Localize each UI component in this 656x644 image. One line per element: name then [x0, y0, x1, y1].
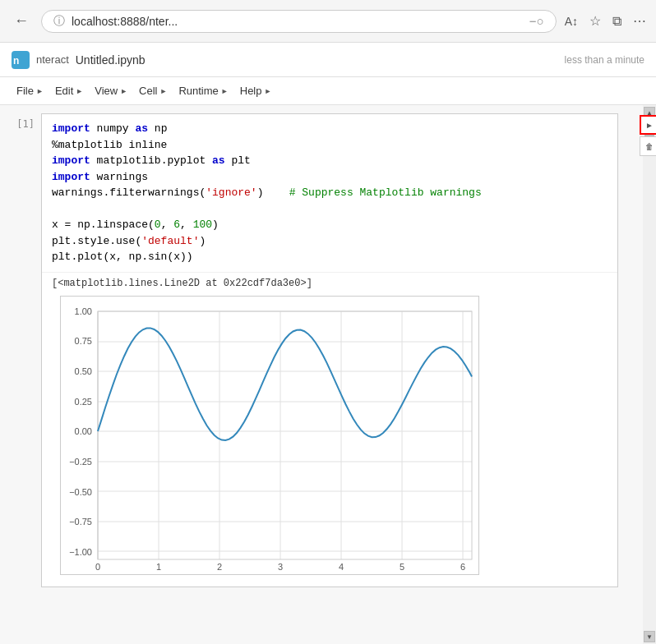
output-text: [<matplotlib.lines.Line2D at 0x22cdf7da3…	[52, 278, 607, 289]
back-button[interactable]: ←	[10, 12, 33, 30]
svg-text:6: 6	[460, 562, 465, 572]
code-line-5: warnings.filterwarnings('ignore') # Supp…	[52, 185, 607, 201]
menu-runtime[interactable]: Runtime ►	[173, 83, 233, 99]
address-text: localhost:8888/nter...	[72, 15, 523, 28]
svg-text:1.00: 1.00	[75, 306, 92, 316]
scrollbar: ▲ ▼	[643, 105, 656, 644]
code-cell-1: [1] import numpy as np %matplotlib inlin…	[8, 113, 618, 587]
svg-rect-27	[98, 311, 472, 559]
sin-curve	[98, 328, 472, 440]
code-line-4: import warnings	[52, 169, 607, 186]
svg-text:0.00: 0.00	[75, 426, 92, 436]
info-icon: ⓘ	[53, 14, 65, 29]
code-line-7: plt.style.use('default')	[52, 233, 607, 250]
code-line-2: %matplotlib inline	[52, 137, 607, 154]
menu-runtime-arrow: ►	[221, 87, 229, 95]
app-name: nteract	[36, 53, 69, 66]
svg-text:4: 4	[339, 562, 344, 572]
more-icon[interactable]: ⋯	[633, 13, 646, 29]
delete-cell-button[interactable]: 🗑	[640, 136, 656, 156]
notebook-content: [1] import numpy as np %matplotlib inlin…	[0, 105, 656, 644]
cell-content[interactable]: import numpy as np %matplotlib inline im…	[41, 113, 618, 587]
menu-help[interactable]: Help ►	[235, 83, 277, 99]
address-bar[interactable]: ⓘ localhost:8888/nter... −○	[41, 10, 557, 33]
browser-bar: ← ⓘ localhost:8888/nter... −○ A↕ ☆ ⧉ ⋯	[0, 0, 656, 43]
code-line-6: x = np.linspace(0, 6, 100)	[52, 217, 607, 233]
svg-text:n: n	[13, 55, 19, 67]
cell-toolbar: ► 🗑	[640, 115, 656, 156]
read-aloud-icon[interactable]: A↕	[565, 15, 578, 28]
menu-help-arrow: ►	[265, 87, 272, 95]
zoom-icon: −○	[529, 14, 544, 28]
menu-view[interactable]: View ►	[90, 83, 132, 99]
menu-edit[interactable]: Edit ►	[50, 83, 88, 99]
code-input[interactable]: import numpy as np %matplotlib inline im…	[42, 114, 617, 272]
svg-text:−1.00: −1.00	[69, 547, 92, 557]
jupyter-logo-area: n nteract Untitled.ipynb	[12, 51, 146, 69]
save-time: less than a minute	[565, 54, 644, 66]
code-line-8: plt.plot(x, np.sin(x))	[52, 249, 607, 265]
menu-file-arrow: ►	[36, 87, 44, 95]
nteract-logo: n	[12, 51, 30, 69]
menu-view-arrow: ►	[120, 87, 127, 95]
cell-output: [<matplotlib.lines.Line2D at 0x22cdf7da3…	[42, 272, 617, 586]
svg-text:0.25: 0.25	[75, 397, 92, 407]
menu-edit-arrow: ►	[76, 87, 83, 95]
notebook-main: [1] import numpy as np %matplotlib inlin…	[0, 105, 643, 644]
svg-text:2: 2	[217, 562, 222, 572]
jupyter-header: n nteract Untitled.ipynb less than a min…	[0, 43, 656, 77]
plot-output: 1.00 0.75 0.50 0.25 0.00 −0.25 −0.50 −0.…	[60, 296, 607, 578]
run-cell-button[interactable]: ►	[640, 115, 656, 135]
svg-text:0.50: 0.50	[75, 366, 92, 376]
sin-chart: 1.00 0.75 0.50 0.25 0.00 −0.25 −0.50 −0.…	[60, 296, 479, 575]
menu-cell-arrow: ►	[159, 87, 167, 95]
code-line-blank	[52, 201, 607, 218]
svg-text:0: 0	[95, 562, 100, 572]
svg-text:−0.25: −0.25	[69, 457, 92, 467]
split-view-icon[interactable]: ⧉	[612, 14, 621, 29]
menu-bar: File ► Edit ► View ► Cell ► Runtime ► He…	[0, 77, 656, 105]
code-line-1: import numpy as np	[52, 121, 607, 137]
svg-text:−0.50: −0.50	[69, 487, 92, 497]
cell-number: [1]	[8, 113, 41, 587]
menu-file[interactable]: File ►	[12, 83, 49, 99]
menu-cell[interactable]: Cell ►	[134, 83, 172, 99]
svg-text:3: 3	[278, 562, 283, 572]
code-line-3: import matplotlib.pyplot as plt	[52, 153, 607, 169]
browser-toolbar: A↕ ☆ ⧉ ⋯	[565, 13, 646, 29]
scroll-down-button[interactable]: ▼	[644, 631, 655, 642]
svg-text:−0.75: −0.75	[69, 517, 92, 527]
bookmark-icon[interactable]: ☆	[589, 13, 601, 29]
notebook-title: Untitled.ipynb	[76, 53, 146, 67]
svg-text:0.75: 0.75	[75, 336, 92, 346]
svg-text:1: 1	[156, 562, 161, 572]
svg-text:5: 5	[400, 562, 404, 572]
